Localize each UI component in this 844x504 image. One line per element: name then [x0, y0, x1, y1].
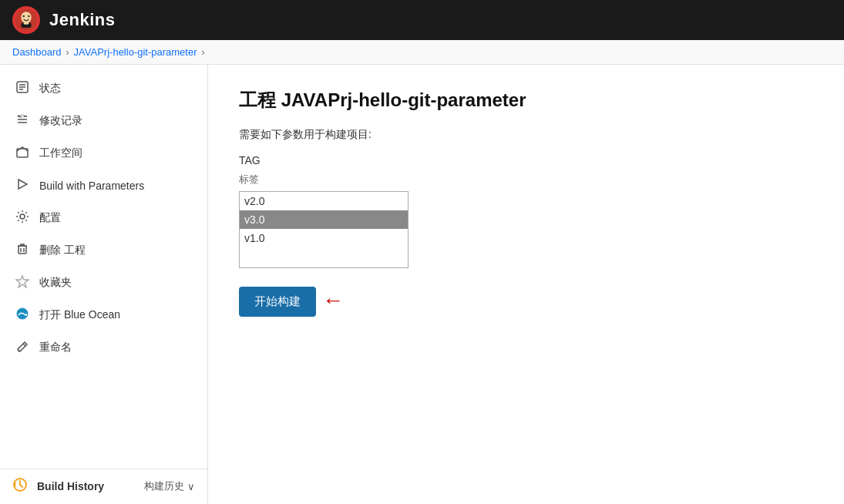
listbox-item-v3[interactable]: v3.0	[240, 210, 408, 229]
sidebar-configure-label: 配置	[39, 211, 61, 225]
workspace-icon	[15, 145, 30, 162]
build-params-icon	[15, 177, 30, 194]
sidebar-blue-ocean-label: 打开 Blue Ocean	[39, 308, 120, 322]
build-description: 需要如下参数用于构建项目:	[239, 128, 813, 142]
svg-rect-5	[24, 22, 29, 25]
build-history-right: 构建历史 ∨	[144, 479, 195, 493]
svg-line-22	[18, 351, 20, 351]
breadcrumb-dashboard[interactable]: Dashboard	[12, 46, 62, 58]
sidebar-item-status[interactable]: 状态	[0, 72, 207, 105]
tag-label: 标签	[239, 173, 813, 186]
sidebar-workspace-label: 工作空间	[39, 146, 82, 160]
delete-icon	[15, 242, 30, 259]
svg-line-21	[23, 344, 25, 346]
sidebar-item-favorites[interactable]: 收藏夹	[0, 267, 207, 299]
app-title: Jenkins	[49, 10, 115, 30]
tag-listbox[interactable]: v2.0 v3.0 v1.0	[239, 191, 409, 268]
page-title: 工程 JAVAPrj-hello-git-parameter	[239, 88, 813, 113]
build-history-label: Build History	[37, 480, 104, 492]
svg-marker-19	[16, 276, 29, 287]
start-build-button[interactable]: 开始构建	[239, 287, 316, 317]
listbox-item-v1[interactable]: v1.0	[240, 229, 408, 247]
svg-point-3	[28, 15, 30, 18]
sidebar-item-build-params[interactable]: Build with Parameters	[0, 170, 207, 202]
breadcrumb: Dashboard › JAVAPrj-hello-git-parameter …	[0, 40, 844, 65]
jenkins-logo	[12, 6, 40, 34]
sidebar-item-delete[interactable]: 删除 工程	[0, 234, 207, 267]
sidebar-item-changes[interactable]: </> 修改记录	[0, 105, 207, 137]
sidebar-build-params-label: Build with Parameters	[39, 180, 144, 192]
sidebar-rename-label: 重命名	[39, 341, 72, 354]
listbox-item-v2[interactable]: v2.0	[240, 192, 408, 210]
svg-text:</>: </>	[17, 113, 26, 119]
configure-icon	[15, 210, 30, 227]
sidebar-item-rename[interactable]: 重命名	[0, 331, 207, 364]
breadcrumb-project[interactable]: JAVAPrj-hello-git-parameter	[74, 46, 197, 58]
svg-marker-14	[18, 180, 27, 189]
build-history-icon	[12, 477, 28, 496]
rename-icon	[15, 339, 30, 356]
sidebar-status-label: 状态	[39, 82, 61, 96]
breadcrumb-sep-1: ›	[66, 47, 69, 58]
build-history-row: Build History 构建历史 ∨	[37, 479, 195, 493]
sidebar: 状态 </> 修改记录 工作空间 Build with Parameters 配…	[0, 65, 208, 503]
jenkins-icon	[15, 8, 38, 32]
sidebar-item-workspace[interactable]: 工作空间	[0, 137, 207, 170]
sidebar-item-configure[interactable]: 配置	[0, 202, 207, 234]
favorites-icon	[15, 274, 30, 291]
main-content: 工程 JAVAPrj-hello-git-parameter 需要如下参数用于构…	[208, 65, 844, 503]
sidebar-delete-label: 删除 工程	[39, 244, 86, 257]
build-action-container: 开始构建 ←	[239, 287, 344, 317]
param-name: TAG	[239, 154, 813, 166]
svg-point-15	[20, 214, 25, 219]
status-icon	[15, 80, 30, 97]
tag-listbox-container: v2.0 v3.0 v1.0	[239, 191, 409, 268]
chevron-down-icon: ∨	[187, 481, 195, 492]
svg-point-1	[21, 12, 31, 23]
changes-icon: </>	[15, 113, 30, 129]
sidebar-item-blue-ocean[interactable]: 打开 Blue Ocean	[0, 299, 207, 331]
main-layout: 状态 </> 修改记录 工作空间 Build with Parameters 配…	[0, 65, 844, 503]
blue-ocean-icon	[15, 307, 30, 324]
sidebar-bottom: Build History 构建历史 ∨	[0, 469, 207, 503]
svg-point-2	[22, 15, 25, 18]
arrow-right-icon: ←	[322, 290, 344, 311]
build-history-cn-label: 构建历史	[144, 479, 184, 493]
app-header: Jenkins	[0, 0, 844, 40]
sidebar-changes-label: 修改记录	[39, 114, 82, 128]
build-history-item[interactable]: Build History 构建历史 ∨	[0, 469, 207, 503]
sidebar-favorites-label: 收藏夹	[39, 276, 72, 290]
breadcrumb-sep-2: ›	[202, 47, 205, 58]
svg-rect-16	[18, 246, 26, 254]
